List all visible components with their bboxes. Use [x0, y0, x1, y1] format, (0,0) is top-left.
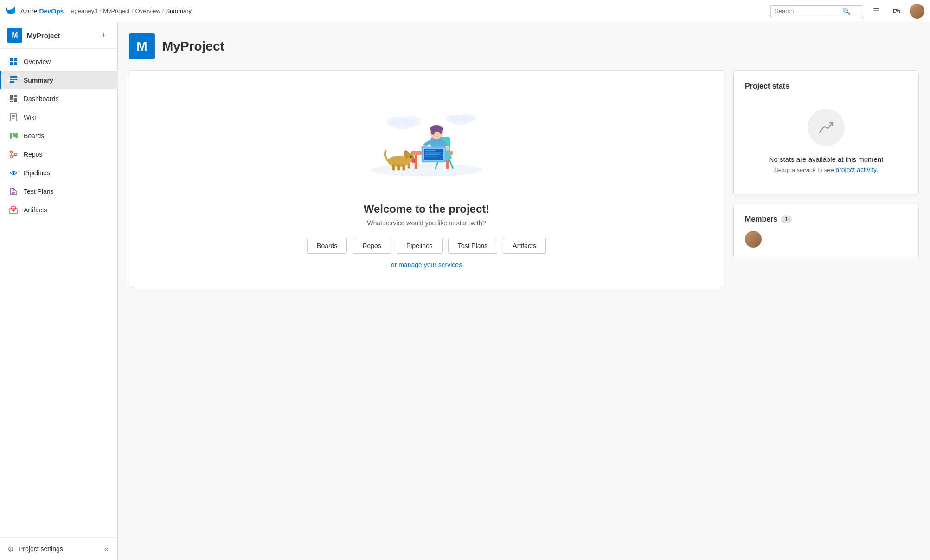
wiki-icon: [9, 113, 18, 122]
testplans-icon: [9, 187, 18, 196]
service-buttons: Boards Repos Pipelines Test Plans Artifa…: [307, 238, 546, 254]
service-btn-repos[interactable]: Repos: [353, 238, 391, 254]
breadcrumb-org[interactable]: egeaney3: [71, 7, 97, 14]
sidebar-item-label: Test Plans: [24, 188, 54, 195]
svg-point-20: [15, 153, 17, 156]
sidebar-item-pipelines[interactable]: Pipelines: [0, 164, 117, 182]
service-btn-boards[interactable]: Boards: [307, 238, 347, 254]
service-btn-testplans[interactable]: Test Plans: [448, 238, 498, 254]
sidebar-item-testplans[interactable]: Test Plans: [0, 182, 117, 201]
svg-rect-57: [425, 152, 442, 153]
member-avatar[interactable]: [745, 231, 762, 248]
azure-devops-icon: [6, 6, 17, 17]
breadcrumb-summary: Summary: [166, 7, 192, 14]
logo[interactable]: Azure DevOps: [6, 6, 64, 17]
welcome-card: Welcome to the project! What service wou…: [129, 70, 724, 287]
sidebar-item-repos[interactable]: Repos: [0, 145, 117, 164]
svg-line-23: [13, 155, 15, 157]
svg-rect-67: [402, 164, 405, 171]
member-avatar-image: [745, 231, 762, 248]
project-header-avatar: M: [129, 33, 155, 59]
search-icon: 🔍: [842, 7, 850, 15]
dashboards-icon: [9, 94, 18, 103]
svg-point-18: [10, 151, 13, 153]
breadcrumb-sep-2: /: [132, 7, 134, 14]
svg-rect-28: [11, 207, 16, 209]
overview-icon: [9, 57, 18, 66]
welcome-illustration: [357, 89, 496, 191]
service-btn-pipelines[interactable]: Pipelines: [397, 238, 443, 254]
sidebar-item-wiki[interactable]: Wiki: [0, 108, 117, 127]
svg-rect-5: [10, 79, 17, 80]
sidebar-nav: Overview Summary Dashboards: [0, 49, 117, 537]
svg-point-37: [371, 164, 482, 176]
settings-list-icon[interactable]: ☰: [869, 4, 884, 19]
svg-point-36: [446, 115, 460, 123]
stats-card: Project stats No stats are available at …: [733, 70, 919, 194]
svg-point-69: [411, 158, 415, 164]
svg-rect-1: [14, 58, 17, 61]
svg-rect-6: [10, 81, 14, 83]
boards-icon: [9, 131, 18, 140]
svg-point-32: [401, 116, 421, 127]
stats-empty-state: No stats are available at this moment Se…: [745, 100, 907, 183]
user-avatar[interactable]: [910, 4, 924, 19]
project-settings-item[interactable]: ⚙ Project settings: [7, 545, 63, 554]
breadcrumb-overview[interactable]: Overview: [135, 7, 160, 14]
manage-services-link[interactable]: or manage your services: [391, 261, 462, 268]
settings-icon: ⚙: [7, 545, 14, 554]
sidebar-item-summary[interactable]: Summary: [0, 71, 117, 89]
svg-rect-0: [10, 58, 13, 61]
svg-rect-65: [392, 164, 395, 171]
breadcrumb-sep-1: /: [100, 7, 102, 14]
sidebar-item-boards[interactable]: Boards: [0, 127, 117, 145]
svg-rect-2: [10, 62, 13, 65]
sidebar-item-label: Dashboards: [24, 95, 59, 102]
project-info: M MyProject: [7, 28, 60, 43]
collapse-sidebar-button[interactable]: «: [103, 543, 110, 554]
stats-empty-title: No stats are available at this moment: [769, 155, 884, 163]
sidebar-item-artifacts[interactable]: Artifacts: [0, 201, 117, 219]
notifications-icon[interactable]: 🛍: [889, 4, 904, 19]
svg-point-49: [431, 127, 435, 135]
svg-rect-16: [13, 133, 15, 137]
top-nav: Azure DevOps egeaney3 / MyProject / Over…: [0, 0, 930, 22]
stats-empty-icon-circle: [808, 109, 845, 146]
svg-rect-68: [407, 163, 410, 169]
svg-rect-11: [10, 114, 17, 121]
sidebar-item-overview[interactable]: Overview: [0, 52, 117, 71]
members-card-title: Members: [745, 215, 777, 223]
sidebar-item-label: Pipelines: [24, 169, 50, 177]
sidebar-item-dashboards[interactable]: Dashboards: [0, 89, 117, 108]
project-title: MyProject: [162, 39, 224, 54]
search-box[interactable]: 🔍: [770, 5, 863, 17]
content-area: M MyProject: [118, 22, 930, 560]
search-input[interactable]: [775, 7, 840, 14]
sidebar-item-label: Overview: [24, 58, 51, 65]
breadcrumb-project[interactable]: MyProject: [103, 7, 130, 14]
members-count-badge: 1: [781, 215, 792, 223]
service-btn-artifacts[interactable]: Artifacts: [503, 238, 546, 254]
sidebar-item-label: Boards: [24, 132, 44, 140]
svg-point-50: [439, 127, 443, 134]
pipelines-icon: [9, 168, 18, 178]
svg-rect-66: [397, 165, 400, 171]
svg-rect-3: [14, 62, 17, 65]
project-activity-link[interactable]: project activity.: [835, 166, 878, 173]
svg-point-33: [387, 117, 402, 126]
sidebar-item-label: Repos: [24, 151, 42, 158]
svg-rect-7: [10, 95, 13, 100]
breadcrumb: egeaney3 / MyProject / Overview / Summar…: [71, 7, 770, 14]
svg-rect-60: [425, 156, 438, 157]
content-grid: Welcome to the project! What service wou…: [129, 70, 919, 287]
svg-rect-58: [425, 153, 439, 154]
add-project-button[interactable]: +: [97, 29, 110, 42]
project-name: MyProject: [27, 32, 60, 39]
welcome-subtitle: What service would you like to start wit…: [367, 219, 486, 227]
top-nav-right: 🔍 ☰ 🛍: [770, 4, 924, 19]
svg-rect-56: [425, 150, 436, 151]
right-panel: Project stats No stats are available at …: [733, 70, 919, 287]
svg-rect-17: [15, 133, 18, 138]
stats-card-title: Project stats: [745, 82, 907, 90]
svg-rect-15: [10, 133, 12, 139]
